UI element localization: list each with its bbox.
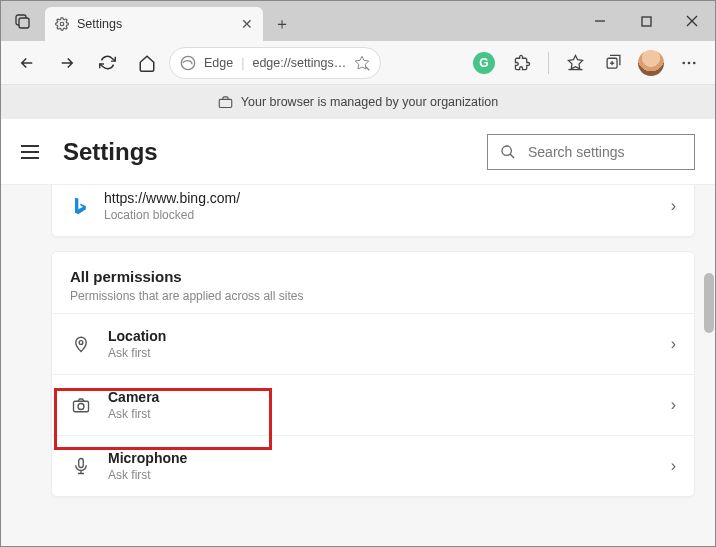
url-text: edge://settings… bbox=[252, 56, 346, 70]
maximize-button[interactable] bbox=[623, 1, 669, 41]
svg-point-15 bbox=[693, 61, 696, 64]
svg-rect-4 bbox=[642, 17, 651, 26]
all-permissions-card: All permissions Permissions that are app… bbox=[51, 251, 695, 497]
window-titlebar: Settings ✕ ＋ bbox=[1, 1, 715, 41]
microphone-icon bbox=[70, 457, 92, 475]
home-button[interactable] bbox=[129, 47, 165, 79]
tab-close-icon[interactable]: ✕ bbox=[241, 16, 253, 32]
svg-point-19 bbox=[79, 341, 83, 345]
refresh-button[interactable] bbox=[89, 47, 125, 79]
window-controls bbox=[577, 1, 715, 41]
chevron-right-icon: › bbox=[671, 197, 676, 215]
tab-title: Settings bbox=[77, 17, 122, 31]
hamburger-menu-icon[interactable] bbox=[21, 138, 49, 166]
bing-icon bbox=[70, 196, 90, 216]
favorite-star-icon[interactable] bbox=[354, 55, 370, 71]
search-placeholder: Search settings bbox=[528, 144, 625, 160]
extension-grammarly-icon[interactable]: G bbox=[466, 47, 502, 79]
search-icon bbox=[500, 144, 516, 160]
scrollbar-thumb[interactable] bbox=[704, 273, 714, 333]
edge-logo-icon bbox=[180, 55, 196, 71]
url-prefix: Edge bbox=[204, 56, 233, 70]
tab-strip: Settings ✕ ＋ bbox=[1, 1, 297, 41]
permission-title: Location bbox=[108, 328, 166, 344]
settings-content: https://www.bing.com/ Location blocked ›… bbox=[1, 185, 715, 546]
tab-actions-icon[interactable] bbox=[9, 7, 37, 35]
chevron-right-icon: › bbox=[671, 457, 676, 475]
page-title: Settings bbox=[63, 138, 158, 166]
browser-tab[interactable]: Settings ✕ bbox=[45, 7, 263, 41]
svg-point-14 bbox=[688, 61, 691, 64]
location-icon bbox=[70, 335, 92, 353]
permission-subtitle: Ask first bbox=[108, 407, 159, 421]
collections-icon[interactable] bbox=[595, 47, 631, 79]
url-separator: | bbox=[241, 56, 244, 70]
svg-point-17 bbox=[502, 146, 511, 155]
svg-point-21 bbox=[78, 404, 84, 410]
new-tab-button[interactable]: ＋ bbox=[267, 9, 297, 39]
svg-rect-1 bbox=[19, 18, 29, 28]
forward-button[interactable] bbox=[49, 47, 85, 79]
svg-point-13 bbox=[682, 61, 685, 64]
svg-line-8 bbox=[366, 67, 369, 70]
svg-point-2 bbox=[60, 22, 64, 26]
extensions-icon[interactable] bbox=[504, 47, 540, 79]
svg-line-18 bbox=[510, 154, 514, 158]
camera-icon bbox=[70, 396, 92, 414]
recent-site-row[interactable]: https://www.bing.com/ Location blocked › bbox=[51, 185, 695, 237]
permission-subtitle: Ask first bbox=[108, 468, 187, 482]
gear-icon bbox=[55, 17, 69, 31]
permission-title: Microphone bbox=[108, 450, 187, 466]
recent-site-status: Location blocked bbox=[104, 208, 657, 222]
managed-text: Your browser is managed by your organiza… bbox=[241, 95, 498, 109]
section-subtitle: Permissions that are applied across all … bbox=[70, 289, 676, 303]
managed-banner: Your browser is managed by your organiza… bbox=[1, 85, 715, 119]
permission-location-row[interactable]: Location Ask first › bbox=[52, 313, 694, 374]
back-button[interactable] bbox=[9, 47, 45, 79]
svg-rect-16 bbox=[219, 99, 232, 107]
more-menu-icon[interactable] bbox=[671, 47, 707, 79]
chevron-right-icon: › bbox=[671, 396, 676, 414]
browser-toolbar: Edge | edge://settings… G bbox=[1, 41, 715, 85]
permission-title: Camera bbox=[108, 389, 159, 405]
recent-site-url: https://www.bing.com/ bbox=[104, 190, 657, 206]
section-title: All permissions bbox=[70, 268, 676, 285]
favorites-icon[interactable] bbox=[557, 47, 593, 79]
svg-rect-22 bbox=[79, 459, 84, 468]
close-window-button[interactable] bbox=[669, 1, 715, 41]
briefcase-icon bbox=[218, 95, 233, 110]
settings-header: Settings Search settings bbox=[1, 119, 715, 185]
profile-avatar[interactable] bbox=[633, 47, 669, 79]
minimize-button[interactable] bbox=[577, 1, 623, 41]
search-settings-input[interactable]: Search settings bbox=[487, 134, 695, 170]
permission-subtitle: Ask first bbox=[108, 346, 166, 360]
chevron-right-icon: › bbox=[671, 335, 676, 353]
permission-camera-row[interactable]: Camera Ask first › bbox=[52, 374, 694, 435]
toolbar-divider bbox=[548, 52, 549, 74]
permission-microphone-row[interactable]: Microphone Ask first › bbox=[52, 435, 694, 496]
address-bar[interactable]: Edge | edge://settings… bbox=[169, 47, 381, 79]
